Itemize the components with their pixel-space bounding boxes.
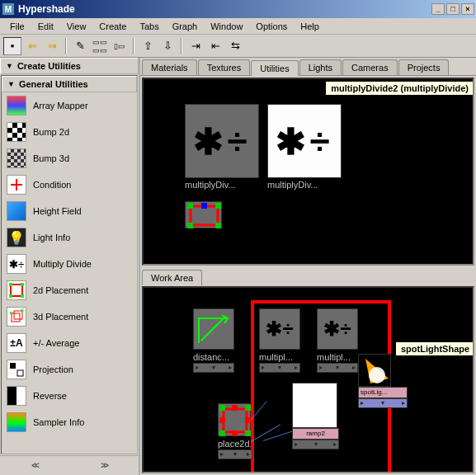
util-bump-3d[interactable]: Bump 3d — [2, 145, 137, 172]
tool-both-icon[interactable]: ⇆ — [226, 37, 244, 55]
svg-rect-16 — [187, 223, 193, 228]
menu-file[interactable]: File — [3, 20, 31, 33]
svg-rect-7 — [12, 313, 20, 322]
node-label: distanc... — [193, 351, 234, 363]
tool-output-icon[interactable]: ⇤ — [206, 37, 224, 55]
plus-minus-icon: ±A — [7, 333, 26, 353]
util-plus-minus-average[interactable]: ±A+/- Average — [2, 330, 137, 356]
node-multiply-2[interactable]: ✱÷ multipl... ▸▾▸ — [317, 308, 358, 373]
tab-materials[interactable]: Materials — [142, 59, 197, 75]
tool-clear-icon[interactable]: ✎ — [71, 37, 89, 55]
node-label: place2d... — [218, 438, 251, 449]
node-multiply-divide-1[interactable]: ✱÷ multiplyDiv... — [185, 104, 259, 190]
svg-rect-21 — [245, 405, 251, 411]
svg-rect-6 — [21, 294, 24, 298]
maximize-button[interactable]: □ — [446, 3, 460, 15]
svg-rect-18 — [201, 203, 207, 209]
util-label: +/- Average — [33, 338, 79, 348]
node-multiply-divide-2[interactable]: ✱÷ multiplyDiv... — [267, 104, 342, 190]
nav-prev-icon[interactable]: << — [31, 461, 38, 470]
projection-icon — [7, 360, 26, 379]
util-label: Sampler Info — [33, 417, 84, 427]
util-3d-placement[interactable]: 3d Placement — [2, 303, 137, 330]
tool-back-icon[interactable]: ⇐ — [23, 37, 41, 55]
svg-rect-23 — [245, 430, 251, 436]
tab-projects[interactable]: Projects — [398, 59, 450, 75]
node-place2d[interactable]: place2d... ▸▾▸ — [218, 403, 252, 459]
svg-rect-20 — [219, 405, 225, 411]
util-sampler-info[interactable]: Sampler Info — [2, 409, 137, 435]
menu-view[interactable]: View — [60, 20, 93, 33]
tab-cameras[interactable]: Cameras — [342, 59, 398, 75]
util-reverse[interactable]: Reverse — [2, 383, 137, 409]
toolbar: ▪ ⇐ ⇒ ✎ ▭▭▭▭ ▯▭ ⇧ ⇩ ⇥ ⇤ ⇆ — [0, 35, 476, 58]
multiply-divide-icon: ✱÷ — [185, 104, 259, 178]
minimize-button[interactable]: _ — [431, 3, 445, 15]
node-footer[interactable]: ▸▾▸ — [218, 449, 252, 459]
tool-forward-icon[interactable]: ⇒ — [43, 37, 61, 55]
tab-textures[interactable]: Textures — [198, 59, 251, 75]
menu-graph[interactable]: Graph — [166, 20, 205, 33]
util-label: Bump 2d — [33, 127, 69, 137]
menu-tabs[interactable]: Tabs — [133, 20, 165, 33]
util-array-mapper[interactable]: Array Mapper — [2, 92, 137, 119]
shader-tabs: Materials Textures Utilities Lights Came… — [140, 58, 476, 76]
util-multiply-divide[interactable]: ✱÷Multiply Divide — [2, 251, 137, 277]
group-title: General Utilities — [19, 79, 88, 89]
svg-rect-27 — [245, 417, 251, 423]
util-height-field[interactable]: Height Field — [2, 198, 137, 224]
multiply-divide-icon: ✱÷ — [7, 254, 26, 274]
close-button[interactable]: × — [461, 3, 474, 15]
util-label: Array Mapper — [33, 101, 88, 111]
tab-work-area[interactable]: Work Area — [142, 270, 202, 285]
svg-rect-5 — [9, 294, 12, 298]
node-spotlight[interactable]: spotLightShape spotLig... ▸▾▸ — [358, 354, 408, 408]
sidebar-header[interactable]: ▼ Create Utilities — [0, 58, 139, 74]
collapse-icon: ▼ — [6, 62, 13, 70]
util-condition[interactable]: Condition — [2, 172, 137, 198]
tool-layout1-icon[interactable]: ▭▭▭▭ — [91, 37, 109, 55]
tool-input-icon[interactable]: ⇥ — [186, 37, 205, 55]
menu-edit[interactable]: Edit — [31, 20, 60, 33]
tool-layout2-icon[interactable]: ▯▭ — [111, 37, 129, 55]
tab-utilities[interactable]: Utilities — [251, 60, 298, 76]
node-place2d-top[interactable] — [185, 201, 222, 228]
node-ramp[interactable]: ramp2 ▸▾▸ — [292, 383, 339, 449]
node-footer[interactable]: ▸▾▸ — [259, 363, 300, 373]
node-footer[interactable]: ▸▾▸ — [193, 363, 234, 373]
node-footer[interactable]: ▸▾▸ — [317, 363, 358, 373]
svg-rect-19 — [224, 409, 247, 432]
node-label: multiplyDiv... — [267, 180, 342, 190]
node-multiply-1[interactable]: ✱÷ multipl... ▸▾▸ — [259, 308, 300, 373]
menu-options[interactable]: Options — [249, 20, 294, 33]
work-area-panel[interactable]: distanc... ▸▾▸ ✱÷ multipl... ▸▾▸ ✱÷ mult… — [142, 286, 474, 474]
menu-help[interactable]: Help — [294, 20, 326, 33]
util-light-info[interactable]: 💡Light Info — [2, 224, 137, 251]
tool-graph-up-icon[interactable]: ⇧ — [139, 37, 157, 55]
menu-create[interactable]: Create — [92, 20, 133, 33]
array-mapper-icon — [7, 96, 26, 115]
group-header[interactable]: ▼ General Utilities — [2, 76, 137, 92]
svg-rect-12 — [17, 370, 23, 376]
nav-next-icon[interactable]: >> — [101, 461, 107, 470]
titlebar: M Hypershade _ □ × — [0, 0, 476, 18]
util-2d-placement[interactable]: 2d Placement — [2, 277, 137, 303]
tool-select-icon[interactable]: ▪ — [3, 37, 21, 55]
tab-lights[interactable]: Lights — [299, 59, 342, 75]
reverse-icon — [7, 386, 26, 406]
util-projection[interactable]: Projection — [2, 356, 137, 383]
node-footer[interactable]: ▸▾▸ — [292, 440, 339, 449]
util-bump-2d[interactable]: Bump 2d — [2, 119, 137, 145]
svg-rect-22 — [219, 430, 225, 436]
menu-window[interactable]: Window — [204, 20, 249, 33]
shader-library-panel[interactable]: multiplyDivide2 (multiplyDivide) ✱÷ mult… — [142, 78, 474, 266]
node-distance[interactable]: distanc... ▸▾▸ — [193, 308, 234, 373]
tool-graph-down-icon[interactable]: ⇩ — [158, 37, 177, 55]
tooltip: spotLightShape — [395, 341, 474, 356]
place2d-icon — [218, 403, 251, 436]
node-footer[interactable]: ▸▾▸ — [358, 398, 408, 408]
util-label: Projection — [33, 364, 73, 374]
bump-2d-icon — [7, 122, 26, 142]
multiply-divide-icon: ✱÷ — [259, 308, 300, 350]
util-label: Bump 3d — [33, 153, 69, 163]
